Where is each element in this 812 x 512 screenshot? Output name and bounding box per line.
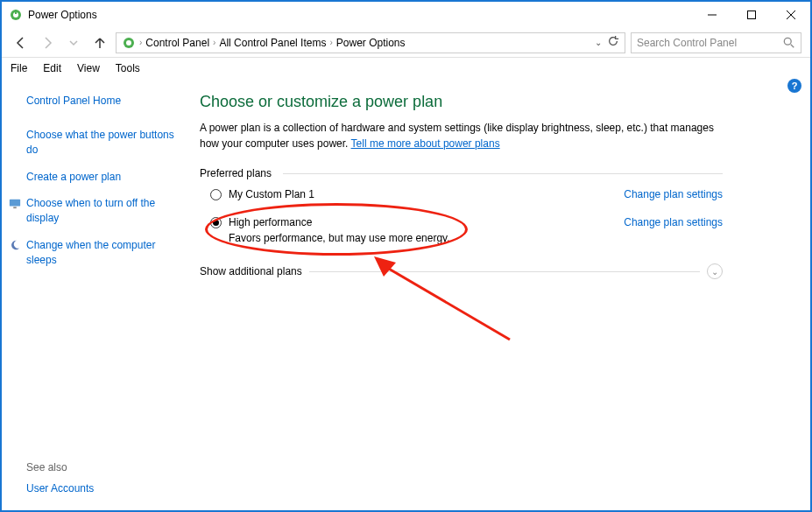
breadcrumb-item[interactable]: Power Options [336,37,406,49]
see-also-label: See also [26,461,94,473]
breadcrumb[interactable]: › Control Panel › All Control Panel Item… [116,32,625,53]
window-title: Power Options [28,9,692,21]
plan-radio[interactable] [210,189,222,200]
power-options-icon [9,8,23,22]
svg-rect-12 [13,207,17,209]
control-panel-icon [122,36,136,50]
task-create-plan[interactable]: Create a power plan [26,170,175,185]
navbar: › Control Panel › All Control Panel Item… [2,28,810,58]
task-change-sleep[interactable]: Change when the computer sleeps [26,238,175,268]
svg-point-9 [784,38,791,45]
search-icon [783,37,795,52]
tell-me-more-link[interactable]: Tell me more about power plans [351,137,500,150]
page-description: A power plan is a collection of hardware… [200,120,723,151]
menu-tools[interactable]: Tools [116,62,140,74]
chevron-right-icon: › [329,38,332,47]
control-panel-home-link[interactable]: Control Panel Home [26,95,175,107]
close-button[interactable] [771,2,810,28]
sidebar: Control Panel Home Choose what the power… [2,79,186,508]
svg-rect-4 [747,11,755,19]
back-button[interactable] [11,32,32,53]
plan-name: My Custom Plan 1 [229,188,314,200]
search-placeholder: Search Control Panel [637,37,737,49]
display-off-icon [9,197,21,209]
forward-button[interactable] [37,32,58,53]
menubar: File Edit View Tools [2,58,810,79]
chevron-down-icon[interactable]: ⌄ [595,38,602,47]
preferred-plans-label: Preferred plans [200,167,723,179]
expander-label: Show additional plans [200,265,302,277]
svg-point-8 [126,40,131,46]
chevron-down-icon: ⌄ [707,263,723,279]
plan-row: High performance Favors performance, but… [210,216,723,244]
plan-description: Favors performance, but may use more ene… [229,232,450,244]
menu-edit[interactable]: Edit [43,62,61,74]
help-icon[interactable]: ? [787,79,801,93]
main-panel: ? Choose or customize a power plan A pow… [186,79,810,508]
content: Control Panel Home Choose what the power… [2,79,810,508]
chevron-right-icon: › [213,38,215,47]
search-input[interactable]: Search Control Panel [631,32,801,53]
divider [309,271,700,272]
user-accounts-link[interactable]: User Accounts [26,482,94,494]
svg-rect-2 [15,10,17,14]
show-additional-plans[interactable]: Show additional plans ⌄ [200,263,723,279]
breadcrumb-item[interactable]: Control Panel [145,37,209,49]
chevron-right-icon: › [139,38,142,47]
svg-line-10 [791,44,794,47]
refresh-icon[interactable] [607,35,619,50]
window-controls [692,2,810,28]
plan-radio[interactable] [210,217,222,228]
up-button[interactable] [89,32,110,53]
menu-view[interactable]: View [77,62,100,74]
breadcrumb-item[interactable]: All Control Panel Items [219,37,326,49]
page-heading: Choose or customize a power plan [200,93,723,111]
plan-name: High performance [229,216,450,228]
titlebar: Power Options [2,2,810,28]
see-also: See also User Accounts [26,461,94,494]
recent-dropdown[interactable] [63,32,84,53]
plan-row: My Custom Plan 1 Change plan settings [210,188,723,200]
divider [283,173,723,174]
task-power-buttons[interactable]: Choose what the power buttons do [26,128,175,158]
task-turn-off-display[interactable]: Choose when to turn off the display [26,196,175,226]
svg-rect-11 [10,200,20,207]
change-plan-settings-link[interactable]: Change plan settings [624,188,723,200]
sleep-icon [9,239,21,251]
minimize-button[interactable] [692,2,731,28]
menu-file[interactable]: File [11,62,27,74]
change-plan-settings-link[interactable]: Change plan settings [624,216,723,228]
maximize-button[interactable] [731,2,771,28]
